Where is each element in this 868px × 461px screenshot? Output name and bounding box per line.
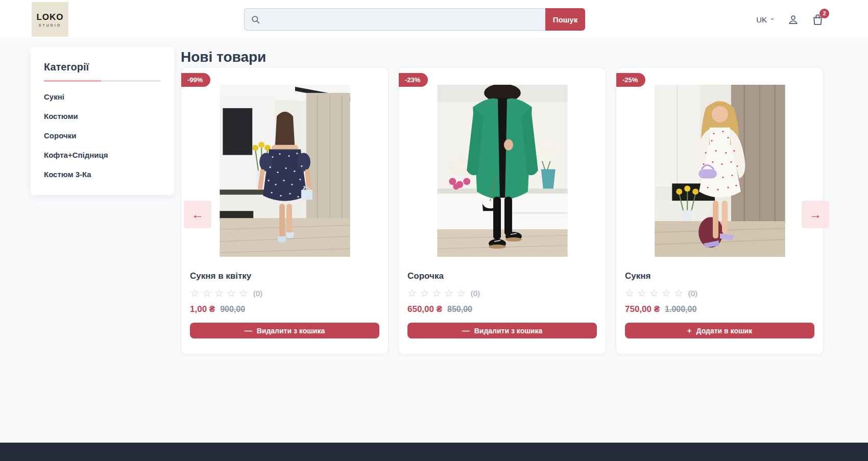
brand-logo[interactable]: LOKO STUDIO <box>32 2 68 37</box>
sidebar-title-underline <box>44 80 161 82</box>
product-info: Сукня в квітку ☆ ☆ ☆ ☆ ☆ (0) 1,00 ₴ 900,… <box>181 257 388 338</box>
chevron-down-icon: ⌄ <box>769 16 775 20</box>
cart-count-badge: 2 <box>819 9 829 18</box>
star-icon: ☆ <box>625 287 634 299</box>
arrow-left-icon: ← <box>191 207 204 222</box>
product-rating: ☆ ☆ ☆ ☆ ☆ (0) <box>625 287 814 299</box>
categories-sidebar: Категорії Сукні Костюми Сорочки Кофта+Сп… <box>31 47 174 195</box>
carousel-next-button[interactable]: → <box>802 201 829 228</box>
sidebar-item-sorochky[interactable]: Сорочки <box>44 131 161 140</box>
user-icon <box>787 14 799 26</box>
star-icon: ☆ <box>662 287 671 299</box>
old-price: 1.000,00 <box>665 305 696 314</box>
product-photo[interactable] <box>655 85 785 257</box>
search-button[interactable]: Пошук <box>545 8 585 31</box>
product-photo[interactable] <box>220 85 350 257</box>
brand-logo-text: LOKO <box>36 12 63 22</box>
product-photo[interactable] <box>437 85 568 257</box>
rating-count: (0) <box>688 289 697 298</box>
sidebar-item-kofta-spidnytsya[interactable]: Кофта+Спідниця <box>44 151 161 159</box>
cart-action-label: Додати в кошик <box>696 327 753 335</box>
product-rating: ☆ ☆ ☆ ☆ ☆ (0) <box>190 287 379 299</box>
discount-badge: -25% <box>616 73 645 87</box>
star-icon: ☆ <box>190 287 199 299</box>
rating-count: (0) <box>253 289 262 298</box>
star-icon: ☆ <box>214 287 224 299</box>
header-controls: UK ⌄ 2 <box>756 0 824 39</box>
product-rating: ☆ ☆ ☆ ☆ ☆ (0) <box>407 287 597 299</box>
discount-badge: -99% <box>181 73 210 87</box>
language-label: UK <box>756 15 767 24</box>
product-info: Сукня ☆ ☆ ☆ ☆ ☆ (0) 750,00 ₴ 1.000,00 + … <box>616 257 823 338</box>
discount-badge: -23% <box>399 73 428 87</box>
rating-count: (0) <box>471 289 480 298</box>
product-info: Сорочка ☆ ☆ ☆ ☆ ☆ (0) 650,00 ₴ 850,00 — … <box>399 257 606 338</box>
sidebar-item-kostyumy[interactable]: Костюми <box>44 112 161 120</box>
star-icon: ☆ <box>239 287 248 299</box>
star-icon: ☆ <box>456 287 466 299</box>
brand-logo-subtext: STUDIO <box>39 23 61 27</box>
cart-action-label: Видалити з кошика <box>257 327 325 335</box>
sidebar-item-sukni[interactable]: Сукні <box>44 92 161 101</box>
carousel-prev-button[interactable]: ← <box>184 201 211 228</box>
star-icon: ☆ <box>637 287 646 299</box>
remove-from-cart-button[interactable]: — Видалити з кошика <box>407 323 597 338</box>
remove-from-cart-button[interactable]: — Видалити з кошика <box>190 323 379 338</box>
header: LOKO STUDIO Пошук UK ⌄ <box>0 0 868 39</box>
sidebar-title: Категорії <box>44 61 161 73</box>
product-name[interactable]: Сукня в квітку <box>190 271 379 281</box>
search-bar: Пошук <box>244 8 585 31</box>
arrow-right-icon: → <box>809 207 822 222</box>
search-input[interactable] <box>264 15 545 24</box>
add-to-cart-button[interactable]: + Додати в кошик <box>625 323 814 338</box>
product-card: -25% <box>616 67 824 355</box>
star-icon: ☆ <box>227 287 236 299</box>
footer <box>0 443 868 461</box>
category-list: Сукні Костюми Сорочки Кофта+Спідниця Кос… <box>44 92 161 179</box>
product-name[interactable]: Сукня <box>625 271 814 281</box>
search-icon <box>251 15 260 25</box>
product-name[interactable]: Сорочка <box>407 271 597 281</box>
current-price: 650,00 ₴ <box>407 304 442 314</box>
page-title: Нові товари <box>181 49 266 65</box>
product-prices: 650,00 ₴ 850,00 <box>407 304 597 314</box>
language-selector[interactable]: UK ⌄ <box>756 15 775 24</box>
star-icon: ☆ <box>432 287 441 299</box>
product-carousel: -99% <box>181 67 824 355</box>
minus-icon: — <box>462 326 470 335</box>
product-prices: 750,00 ₴ 1.000,00 <box>625 304 814 314</box>
star-icon: ☆ <box>202 287 211 299</box>
product-card: -23% <box>398 67 606 355</box>
old-price: 900,00 <box>220 305 245 314</box>
old-price: 850,00 <box>447 305 472 314</box>
product-prices: 1,00 ₴ 900,00 <box>190 304 379 314</box>
minus-icon: — <box>245 326 252 335</box>
search-field[interactable] <box>244 8 545 31</box>
star-icon: ☆ <box>674 287 683 299</box>
cart-action-label: Видалити з кошика <box>474 327 543 335</box>
cart-button[interactable]: 2 <box>811 13 824 26</box>
star-icon: ☆ <box>649 287 659 299</box>
star-icon: ☆ <box>444 287 453 299</box>
current-price: 750,00 ₴ <box>625 304 660 314</box>
sidebar-item-kostyum-3ka[interactable]: Костюм 3-Ка <box>44 170 161 179</box>
product-card: -99% <box>181 67 389 355</box>
star-icon: ☆ <box>420 287 429 299</box>
plus-icon: + <box>687 326 692 335</box>
account-button[interactable] <box>787 14 799 26</box>
current-price: 1,00 ₴ <box>190 304 215 314</box>
star-icon: ☆ <box>407 287 417 299</box>
